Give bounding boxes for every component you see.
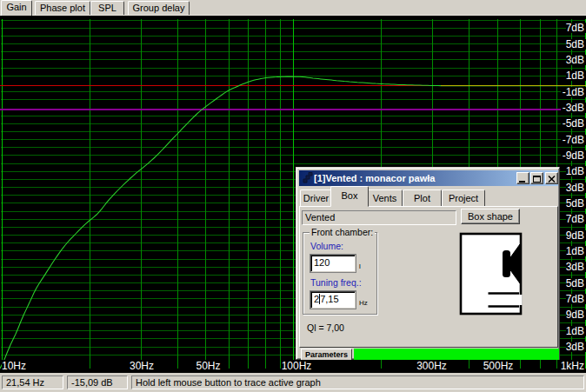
svg-text:5dB: 5dB	[566, 277, 584, 289]
svg-text:3dB: 3dB	[566, 341, 584, 353]
svg-text:9dB: 9dB	[566, 229, 584, 242]
svg-text:3dB: 3dB	[566, 54, 584, 66]
svg-text:1kHz: 1kHz	[561, 360, 584, 372]
svg-text:7dB: 7dB	[566, 213, 584, 225]
svg-text:7dB: 7dB	[566, 22, 584, 34]
svg-text:-9dB: -9dB	[563, 149, 584, 162]
svg-text:10Hz: 10Hz	[2, 360, 26, 372]
svg-text:3dB: 3dB	[566, 261, 584, 273]
svg-text:300Hz: 300Hz	[416, 360, 447, 372]
svg-text:1dB: 1dB	[566, 325, 584, 337]
svg-text:50Hz: 50Hz	[196, 360, 220, 372]
svg-text:-7dB: -7dB	[563, 134, 584, 146]
svg-text:5dB: 5dB	[566, 197, 584, 209]
svg-text:1dB: 1dB	[566, 70, 584, 82]
svg-text:-5dB: -5dB	[563, 117, 584, 130]
svg-text:-1dB: -1dB	[563, 86, 584, 98]
svg-text:30Hz: 30Hz	[130, 360, 154, 372]
svg-text:5dB: 5dB	[566, 38, 584, 50]
svg-text:500Hz: 500Hz	[483, 360, 514, 372]
svg-text:100Hz: 100Hz	[282, 360, 312, 372]
svg-text:-3dB: -3dB	[563, 102, 584, 114]
svg-text:1dB: 1dB	[566, 245, 584, 257]
svg-text:1dB: 1dB	[566, 165, 584, 177]
svg-text:3dB: 3dB	[566, 182, 584, 194]
svg-text:7dB: 7dB	[566, 293, 584, 305]
svg-text:9dB: 9dB	[566, 309, 584, 321]
